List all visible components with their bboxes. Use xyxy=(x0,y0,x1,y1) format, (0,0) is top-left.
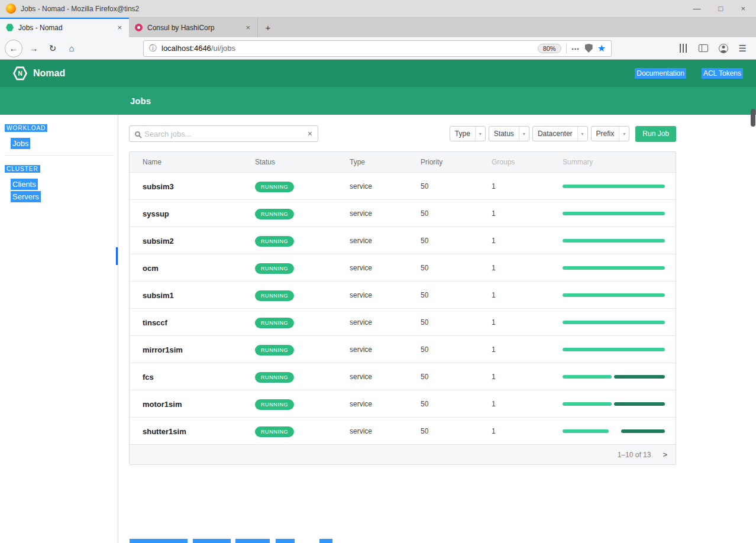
active-item-indicator xyxy=(116,247,118,265)
table-row[interactable]: fcs RUNNING service 50 1 xyxy=(130,363,676,390)
url-bar[interactable]: ⓘ localhost:4646/ui/jobs 80% ⋯ ★ xyxy=(143,40,612,57)
window-titlebar: Jobs - Nomad - Mozilla Firefox@tins2 — □… xyxy=(0,0,756,18)
table-row[interactable]: motor1sim RUNNING service 50 1 xyxy=(130,390,676,417)
page-actions-icon[interactable]: ⋯ xyxy=(571,44,580,53)
header-status[interactable]: Status xyxy=(242,158,337,166)
tab-consul[interactable]: Consul by HashiCorp × xyxy=(129,18,258,37)
chevron-down-icon: ▾ xyxy=(619,127,629,141)
main-panel: × Type ▾ Status ▾ Datacenter ▾ xyxy=(118,115,756,543)
summary-bar xyxy=(563,402,665,406)
prefix-filter-dropdown[interactable]: Prefix ▾ xyxy=(591,126,630,141)
site-info-icon[interactable]: ⓘ xyxy=(149,43,157,54)
header-priority[interactable]: Priority xyxy=(408,158,479,166)
chevron-down-icon: ▾ xyxy=(519,127,529,141)
hamburger-menu-icon[interactable]: ☰ xyxy=(739,43,747,54)
selection-artifact xyxy=(319,539,332,543)
run-job-button[interactable]: Run Job xyxy=(635,126,676,142)
datacenter-filter-dropdown[interactable]: Datacenter ▾ xyxy=(532,126,588,141)
job-type: service xyxy=(337,400,408,408)
search-input[interactable] xyxy=(144,130,303,138)
header-type[interactable]: Type xyxy=(337,158,408,166)
selection-artifact xyxy=(276,539,295,543)
url-text: localhost:4646/ui/jobs xyxy=(161,44,235,53)
sidebar-divider xyxy=(5,155,113,156)
job-type: service xyxy=(337,264,408,272)
table-row[interactable]: subsim2 RUNNING service 50 1 xyxy=(130,227,676,254)
scrollbar-thumb[interactable] xyxy=(751,109,755,127)
status-badge: RUNNING xyxy=(255,372,294,383)
sidebar-toggle-icon[interactable] xyxy=(699,44,708,52)
table-row[interactable]: subsim1 RUNNING service 50 1 xyxy=(130,281,676,308)
table-row[interactable]: mirror1sim RUNNING service 50 1 xyxy=(130,335,676,363)
table-row[interactable]: subsim3 RUNNING service 50 1 xyxy=(130,172,676,199)
status-badge: RUNNING xyxy=(255,263,294,274)
table-row[interactable]: shutter1sim RUNNING service 50 1 xyxy=(130,417,676,444)
job-priority: 50 xyxy=(408,291,479,299)
new-tab-button[interactable]: + xyxy=(258,18,278,37)
job-priority: 50 xyxy=(408,400,479,408)
window-controls: — □ × xyxy=(693,4,750,13)
job-type: service xyxy=(337,318,408,327)
toolbar-right-icons: ☰ xyxy=(680,43,751,54)
nomad-favicon xyxy=(6,24,14,32)
minimize-button[interactable]: — xyxy=(693,4,701,13)
maximize-button[interactable]: □ xyxy=(719,4,723,13)
sidebar-item-servers[interactable]: Servers xyxy=(11,192,118,201)
library-icon[interactable] xyxy=(680,44,688,53)
job-name: mirror1sim xyxy=(143,345,183,354)
close-button[interactable]: × xyxy=(741,4,745,13)
reload-button[interactable]: ↻ xyxy=(45,41,60,56)
forward-button[interactable]: → xyxy=(26,41,41,56)
summary-bar xyxy=(563,375,665,379)
type-filter-dropdown[interactable]: Type ▾ xyxy=(450,126,486,141)
summary-bar xyxy=(563,429,665,433)
job-groups: 1 xyxy=(479,373,550,381)
job-groups: 1 xyxy=(479,318,550,327)
account-avatar-icon[interactable] xyxy=(719,44,728,53)
tab-jobs-nomad[interactable]: Jobs - Nomad × xyxy=(0,18,129,37)
tab-close-icon[interactable]: × xyxy=(244,23,251,32)
documentation-link[interactable]: Documentation xyxy=(635,68,686,79)
status-badge: RUNNING xyxy=(255,209,294,219)
jobs-table: Name Status Type Priority Groups Summary… xyxy=(129,151,676,465)
zoom-level-badge[interactable]: 80% xyxy=(538,44,561,53)
job-groups: 1 xyxy=(479,400,550,408)
tab-close-icon[interactable]: × xyxy=(116,23,123,32)
search-box[interactable]: × xyxy=(129,125,318,142)
pagination-range: 1–10 of 13 xyxy=(618,451,651,459)
tracking-protection-shield-icon[interactable] xyxy=(585,44,593,53)
job-name: ocm xyxy=(143,264,159,273)
job-priority: 50 xyxy=(408,182,479,190)
job-groups: 1 xyxy=(479,345,550,354)
job-name: fcs xyxy=(143,373,154,382)
tab-bar: Jobs - Nomad × Consul by HashiCorp × + xyxy=(0,18,756,37)
url-path: /ui/jobs xyxy=(211,44,235,53)
job-priority: 50 xyxy=(408,318,479,327)
firefox-icon xyxy=(6,4,16,14)
url-host: localhost:4646 xyxy=(161,44,211,53)
clear-search-icon[interactable]: × xyxy=(308,129,312,138)
table-row[interactable]: syssup RUNNING service 50 1 xyxy=(130,199,676,227)
brand-name[interactable]: Nomad xyxy=(33,68,65,79)
acl-tokens-link[interactable]: ACL Tokens xyxy=(702,68,743,79)
table-header: Name Status Type Priority Groups Summary xyxy=(130,152,676,172)
table-row[interactable]: tinsccf RUNNING service 50 1 xyxy=(130,308,676,335)
home-button[interactable]: ⌂ xyxy=(64,41,79,56)
next-page-button[interactable]: > xyxy=(663,450,667,459)
job-groups: 1 xyxy=(479,237,550,245)
sidebar-item-clients[interactable]: Clients xyxy=(11,180,118,189)
back-button[interactable]: ← xyxy=(5,40,22,57)
selection-artifact xyxy=(235,539,270,543)
job-type: service xyxy=(337,373,408,381)
job-priority: 50 xyxy=(408,209,479,218)
sidebar-item-jobs[interactable]: Jobs xyxy=(11,139,118,148)
summary-bar xyxy=(563,293,665,297)
bookmark-star-icon[interactable]: ★ xyxy=(597,44,606,53)
job-name: motor1sim xyxy=(143,400,182,409)
summary-bar xyxy=(563,266,665,270)
summary-bar xyxy=(563,185,665,188)
table-row[interactable]: ocm RUNNING service 50 1 xyxy=(130,254,676,281)
job-priority: 50 xyxy=(408,237,479,245)
status-filter-dropdown[interactable]: Status ▾ xyxy=(489,126,529,141)
header-name[interactable]: Name xyxy=(130,158,242,166)
